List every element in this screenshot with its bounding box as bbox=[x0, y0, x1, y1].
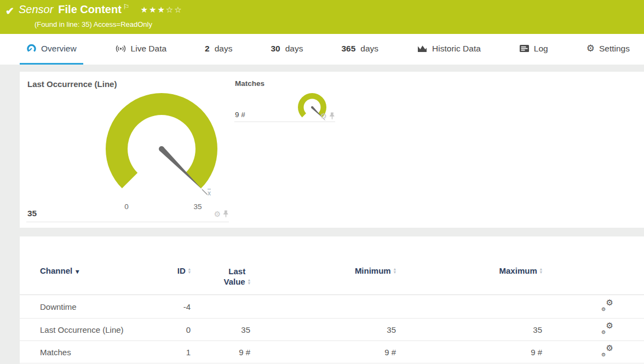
sensor-title-row: ✔ Sensor File Content ⚐ ★★★☆☆ bbox=[0, 0, 644, 18]
cell-edit: ⚙⚙ bbox=[547, 295, 644, 319]
priority-stars[interactable]: ★★★☆☆ bbox=[141, 5, 183, 15]
gauge-toolbar: ⚙ bbox=[320, 112, 335, 120]
column-label: ID bbox=[177, 266, 186, 275]
log-icon bbox=[519, 44, 530, 53]
gauge-value: 35 bbox=[27, 209, 37, 218]
cell-last-value bbox=[195, 295, 255, 319]
gauges-panel: Last Occurrence (Line) 0 35 x 35 ⚙ Match… bbox=[20, 72, 644, 228]
sensor-name: File Content bbox=[58, 3, 122, 16]
sensor-status-header: ✔ Sensor File Content ⚐ ★★★☆☆ (Found in … bbox=[0, 0, 644, 34]
column-label: Last bbox=[228, 267, 245, 276]
tab-overview[interactable]: Overview bbox=[20, 34, 83, 65]
tab-2-days[interactable]: 2 days bbox=[198, 34, 239, 65]
channels-panel: Channel▾ ID▴▾ Last Value▴▾ Minimum▴▾ Max… bbox=[20, 236, 644, 364]
column-header-edit bbox=[547, 236, 644, 295]
channels-table: Channel▾ ID▴▾ Last Value▴▾ Minimum▴▾ Max… bbox=[20, 236, 644, 363]
sort-arrows-icon: ▴▾ bbox=[248, 278, 250, 285]
tab-365-days[interactable]: 365 days bbox=[335, 34, 385, 65]
table-row-downtime: Downtime -4 ⚙⚙ bbox=[20, 295, 644, 319]
channel-settings-icon[interactable]: ⚙⚙ bbox=[602, 346, 612, 356]
pin-icon[interactable] bbox=[223, 210, 229, 218]
cell-edit: ⚙⚙ bbox=[547, 319, 644, 341]
gauge-scale-max: 35 bbox=[188, 203, 207, 211]
column-header-last-value[interactable]: Last Value▴▾ bbox=[195, 236, 255, 295]
cell-edit: ⚙⚙ bbox=[547, 341, 644, 363]
column-label: Minimum bbox=[355, 266, 391, 275]
column-label: Value bbox=[224, 277, 245, 286]
object-type-label: Sensor bbox=[19, 3, 53, 16]
tab-number: 2 bbox=[205, 44, 210, 54]
tab-bar: Overview Live Data 2 days 30 days 365 da… bbox=[0, 34, 644, 65]
tab-label: Settings bbox=[599, 44, 630, 54]
tab-number: 365 bbox=[341, 44, 355, 54]
table-row-last-occurrence: Last Occurrence (Line) 0 35 35 35 ⚙⚙ bbox=[20, 319, 644, 341]
gauge-value: 9 # bbox=[235, 111, 245, 119]
tab-label: Log bbox=[534, 44, 548, 54]
sort-arrows-icon: ▴▾ bbox=[188, 267, 191, 274]
gear-icon: ⚙ bbox=[586, 44, 595, 53]
tab-number: 30 bbox=[271, 44, 280, 54]
column-header-channel[interactable]: Channel▾ bbox=[20, 236, 173, 295]
gauge-scale-min: 0 bbox=[118, 203, 135, 211]
cell-maximum: 35 bbox=[400, 319, 547, 341]
cell-last-value: 9 # bbox=[195, 341, 255, 363]
cell-maximum bbox=[400, 295, 547, 319]
cell-last-value: 35 bbox=[195, 319, 255, 341]
column-label: Maximum bbox=[499, 266, 537, 275]
table-header-row: Channel▾ ID▴▾ Last Value▴▾ Minimum▴▾ Max… bbox=[20, 236, 644, 295]
gauge-average-marker: x bbox=[208, 189, 211, 197]
tab-label: days bbox=[215, 44, 233, 54]
gauge-settings-gear-icon[interactable]: ⚙ bbox=[320, 112, 327, 120]
tab-log[interactable]: Log bbox=[513, 34, 555, 65]
gauge-chart-large bbox=[101, 90, 222, 199]
tab-settings[interactable]: ⚙ Settings bbox=[580, 34, 636, 65]
column-label: Channel bbox=[40, 266, 72, 275]
gauge-cell-last-occurrence: Last Occurrence (Line) 0 35 x 35 ⚙ bbox=[26, 72, 229, 222]
sort-arrows-icon: ▴▾ bbox=[394, 267, 396, 274]
prtg-sensor-page: ✔ Sensor File Content ⚐ ★★★☆☆ (Found in … bbox=[0, 0, 644, 364]
gauge-title: Matches bbox=[235, 79, 264, 88]
gauge-cell-matches: Matches 9 # ⚙ bbox=[234, 72, 335, 122]
tab-label: days bbox=[285, 44, 303, 54]
gauge-icon bbox=[26, 43, 37, 54]
cell-id: 0 bbox=[173, 319, 195, 341]
tab-live-data[interactable]: Live Data bbox=[108, 34, 173, 65]
cell-channel: Matches bbox=[20, 341, 173, 363]
tab-30-days[interactable]: 30 days bbox=[264, 34, 309, 65]
channel-settings-icon[interactable]: ⚙⚙ bbox=[602, 324, 612, 333]
sensor-status-message: (Found in line: 35) Access=ReadOnly bbox=[34, 20, 644, 28]
channel-settings-icon[interactable]: ⚙⚙ bbox=[602, 301, 612, 310]
cell-minimum: 35 bbox=[255, 319, 400, 341]
tab-label: Live Data bbox=[131, 44, 166, 54]
cell-maximum: 9 # bbox=[400, 341, 547, 363]
status-ok-check-icon: ✔ bbox=[5, 5, 14, 18]
area-chart-icon bbox=[417, 44, 428, 53]
cell-minimum bbox=[255, 295, 400, 319]
tab-label: days bbox=[360, 44, 378, 54]
cell-minimum: 9 # bbox=[255, 341, 400, 363]
sort-caret-icon: ▾ bbox=[76, 268, 79, 275]
cell-id: 1 bbox=[173, 341, 195, 363]
gauge-toolbar: ⚙ bbox=[214, 210, 229, 218]
sort-arrows-icon: ▴▾ bbox=[540, 267, 542, 274]
cell-id: -4 bbox=[173, 295, 195, 319]
column-header-id[interactable]: ID▴▾ bbox=[173, 236, 195, 295]
flag-icon[interactable]: ⚐ bbox=[123, 3, 130, 11]
gauge-settings-gear-icon[interactable]: ⚙ bbox=[214, 210, 221, 218]
tab-historic-data[interactable]: Historic Data bbox=[410, 34, 487, 65]
tab-label: Overview bbox=[41, 44, 77, 54]
column-header-maximum[interactable]: Maximum▴▾ bbox=[400, 236, 547, 295]
tab-label: Historic Data bbox=[432, 44, 481, 54]
gauge-title: Last Occurrence (Line) bbox=[27, 79, 117, 89]
pin-icon[interactable] bbox=[329, 112, 335, 120]
broadcast-icon bbox=[115, 44, 127, 53]
cell-channel: Downtime bbox=[20, 295, 173, 319]
column-header-minimum[interactable]: Minimum▴▾ bbox=[255, 236, 400, 295]
table-row-matches: Matches 1 9 # 9 # 9 # ⚙⚙ bbox=[20, 341, 644, 363]
cell-channel: Last Occurrence (Line) bbox=[20, 319, 173, 341]
